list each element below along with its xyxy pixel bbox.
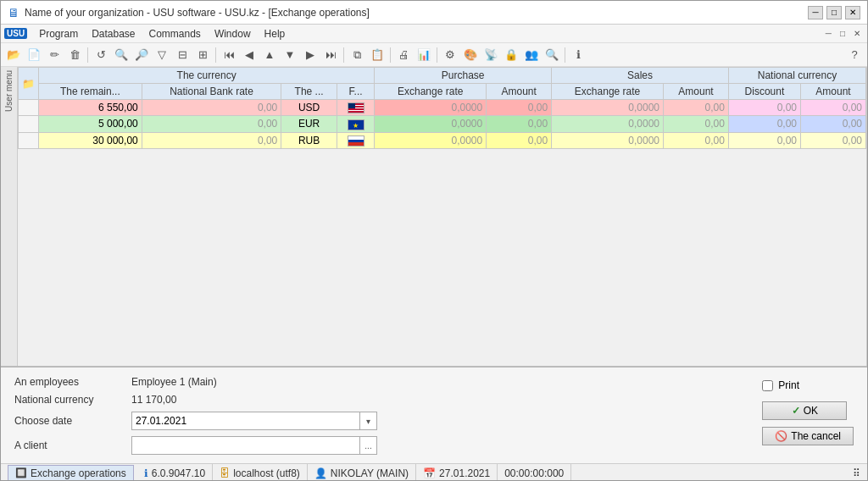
app-icon: 🖥 <box>8 6 19 19</box>
choose-date-row: Choose date ▾ <box>14 412 745 430</box>
tb-paste[interactable]: 📋 <box>368 46 387 64</box>
toolbar-sep-5 <box>437 47 437 63</box>
client-input-container[interactable]: ... <box>131 436 377 455</box>
header-purchase-group: Purchase <box>375 68 552 84</box>
tb-print[interactable]: 🖨 <box>394 46 413 64</box>
header-sales-group: Sales <box>552 68 729 84</box>
print-row: Print <box>762 379 799 391</box>
menu-bar-controls: ─ □ ✕ <box>822 29 864 38</box>
tb-info[interactable]: ℹ <box>569 46 587 64</box>
toolbar-sep-6 <box>565 47 565 63</box>
menu-commands[interactable]: Commands <box>142 26 208 41</box>
tb-export[interactable]: 📊 <box>415 46 433 64</box>
col-sales-amount: Amount <box>664 84 729 100</box>
tb-network[interactable]: 📡 <box>481 46 500 64</box>
tb-nav-prev[interactable]: ◀ <box>240 46 259 64</box>
minimize-button[interactable]: ─ <box>808 6 823 19</box>
tb-nav-next[interactable]: ▶ <box>301 46 320 64</box>
tb-lock[interactable]: 🔒 <box>502 46 520 64</box>
tb-edit[interactable]: ✏ <box>45 46 64 64</box>
tb-filter[interactable]: ▽ <box>153 46 171 64</box>
info-icon: ℹ <box>144 467 148 479</box>
app-logo: USU <box>4 28 27 39</box>
cell-purchase-rate: 0,0000 <box>375 100 487 116</box>
col-purchase-rate: Exchange rate <box>375 84 487 100</box>
cell-discount: 0,00 <box>728 100 800 116</box>
user-menu-label: User menu <box>4 70 14 112</box>
menu-restore[interactable]: □ <box>837 29 849 38</box>
exchange-operations-tab[interactable]: 🔲 Exchange operations <box>8 465 134 482</box>
toolbar: 📂 📄 ✏ 🗑 ↺ 🔍 🔎 ▽ ⊟ ⊞ ⏮ ◀ ▲ ▼ ▶ ⏭ ⧉ 📋 🖨 📊 … <box>1 43 867 67</box>
menu-program[interactable]: Program <box>32 26 85 41</box>
tb-new[interactable]: 📄 <box>25 46 43 64</box>
cell-remain: 5 000,00 <box>39 116 142 132</box>
tb-nav-last[interactable]: ⏭ <box>321 46 340 64</box>
cell-sales-amount: 0,00 <box>664 100 729 116</box>
client-input[interactable] <box>132 437 359 454</box>
table-row[interactable]: 6 550,00 0,00 USD 0,0000 0,00 0,0000 0,0… <box>19 100 866 116</box>
col-the: The ... <box>281 84 337 100</box>
form-container: An employees Employee 1 (Main) National … <box>14 376 854 455</box>
tb-find[interactable]: 🔍 <box>542 46 561 64</box>
close-button[interactable]: ✕ <box>845 6 860 19</box>
tb-delete[interactable]: 🗑 <box>65 46 84 64</box>
col-sales-rate: Exchange rate <box>552 84 664 100</box>
date-icon: 📅 <box>423 467 436 479</box>
date-input[interactable] <box>132 412 359 429</box>
resize-handle[interactable]: ⠿ <box>853 467 864 479</box>
national-currency-label: National currency <box>14 394 125 406</box>
tb-open[interactable]: 📂 <box>4 46 23 64</box>
db-icon: 🗄 <box>220 467 230 479</box>
national-currency-value: 11 170,00 <box>131 394 176 406</box>
tb-nav-first[interactable]: ⏮ <box>220 46 238 64</box>
date-dropdown-btn[interactable]: ▾ <box>359 412 376 429</box>
cell-sales-rate: 0,0000 <box>552 100 664 116</box>
user-menu-sidebar[interactable]: User menu <box>1 67 18 366</box>
tb-search2[interactable]: 🔎 <box>132 46 151 64</box>
cell-currency: EUR <box>281 116 337 132</box>
db-value: localhost (utf8) <box>233 467 300 479</box>
user-icon: 👤 <box>314 467 327 479</box>
menu-help[interactable]: Help <box>258 26 292 41</box>
client-row: A client ... <box>14 436 745 455</box>
tb-nav-down[interactable]: ▼ <box>281 46 299 64</box>
menu-window[interactable]: Window <box>208 26 258 41</box>
table-row[interactable]: 30 000,00 0,00 RUB 0,0000 0,00 0,0000 0,… <box>19 132 866 148</box>
toolbar-sep-1 <box>87 47 88 63</box>
tb-users[interactable]: 👥 <box>522 46 541 64</box>
date-value: 27.01.2021 <box>439 467 490 479</box>
cell-sales-rate: 0,0000 <box>552 132 664 148</box>
cell-nb-rate: 0,00 <box>142 132 281 148</box>
time-value: 00:00:00:000 <box>504 467 564 479</box>
national-currency-row: National currency 11 170,00 <box>14 394 745 406</box>
tb-settings[interactable]: ⚙ <box>441 46 459 64</box>
toolbar-sep-2 <box>215 47 216 63</box>
ok-label: OK <box>804 405 818 417</box>
tab-label: Exchange operations <box>31 467 126 479</box>
tb-filter2[interactable]: ⊟ <box>173 46 192 64</box>
tb-group[interactable]: ⊞ <box>193 46 212 64</box>
maximize-button[interactable]: □ <box>826 6 842 19</box>
tb-copy[interactable]: ⧉ <box>348 46 366 64</box>
menu-close[interactable]: ✕ <box>850 29 864 38</box>
print-checkbox[interactable] <box>762 380 773 391</box>
ok-button[interactable]: ✓ OK <box>762 401 847 420</box>
menu-database[interactable]: Database <box>85 26 142 41</box>
cell-purchase-amount: 0,00 <box>487 132 552 148</box>
employee-label: An employees <box>14 376 125 388</box>
tb-refresh[interactable]: ↺ <box>92 46 110 64</box>
cell-flag: ★ <box>337 116 374 132</box>
date-input-container[interactable]: ▾ <box>131 412 377 430</box>
cell-sales-amount: 0,00 <box>664 132 729 148</box>
cancel-button[interactable]: 🚫 The cancel <box>762 427 854 445</box>
tb-search[interactable]: 🔍 <box>112 46 131 64</box>
table-row[interactable]: 5 000,00 0,00 EUR ★ 0,0000 0,00 0,0000 0… <box>19 116 866 132</box>
tb-nav-up[interactable]: ▲ <box>260 46 279 64</box>
form-buttons-right: Print ✓ OK 🚫 The cancel <box>762 376 854 455</box>
cell-purchase-rate: 0,0000 <box>375 132 487 148</box>
client-dots-btn[interactable]: ... <box>359 437 376 454</box>
resize-icon: ⠿ <box>853 467 860 479</box>
tb-help-right[interactable]: ? <box>845 46 864 64</box>
tb-theme[interactable]: 🎨 <box>461 46 480 64</box>
menu-minimize[interactable]: ─ <box>822 29 835 38</box>
